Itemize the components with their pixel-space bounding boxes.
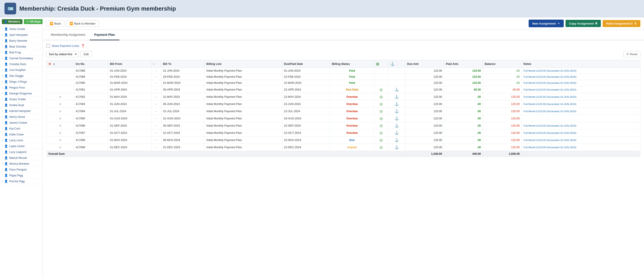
- anchor-icon[interactable]: ⚓: [394, 131, 399, 135]
- green-circle-icon[interactable]: ◎: [380, 109, 383, 113]
- sidebar-item[interactable]: ›👤Harriet Hampster: [0, 108, 42, 114]
- sidebar-item[interactable]: ›👤Katie Cowe: [0, 131, 42, 137]
- sidebar-item[interactable]: ›👤George Dragonne: [0, 91, 42, 96]
- anchor-icon-cell: ⚓: [388, 100, 405, 108]
- person-icon: 👤: [4, 57, 8, 60]
- sidebar-member-name: Barry Hamster: [9, 39, 28, 42]
- sidebar-item[interactable]: ›👤Fergus Foxx: [0, 85, 42, 91]
- sidebar-item[interactable]: ›👤James Cricket: [0, 120, 42, 126]
- sidebar-item[interactable]: ›👤Monica Monkee: [0, 161, 42, 167]
- green-icon-cell: ◎: [374, 108, 388, 115]
- note-link[interactable]: Full Month £120.00 (Generated 16-JUN-202…: [524, 146, 576, 149]
- note-link[interactable]: Full Month £120.00 (Generated 16-JUN-202…: [524, 110, 576, 113]
- anchor-icon[interactable]: ⚓: [394, 102, 399, 106]
- note-link[interactable]: Full Month £120.00 (Generated 16-JUN-202…: [524, 69, 576, 72]
- anchor-icon-cell: ⚓: [388, 93, 405, 100]
- note-link[interactable]: Full Month £120.00 (Generated 16-JUN-202…: [524, 95, 576, 98]
- billing-line-cell: Initial Monthly Payment Plan: [204, 122, 282, 129]
- sidebar-item[interactable]: ›👤Larry Lions: [0, 137, 42, 143]
- pause-row-icon[interactable]: ⏸: [59, 146, 62, 149]
- chevron-right-icon: ›: [2, 34, 3, 36]
- dash-cell: -: [151, 122, 161, 129]
- sidebar-item[interactable]: ›👤Cresida Duck: [0, 61, 42, 67]
- note-link[interactable]: Full Month £120.00 (Generated 16-JUN-202…: [524, 139, 576, 142]
- bill-from-cell: 01-NOV-2024: [108, 136, 152, 144]
- sidebar-item[interactable]: ›👤April Hampster: [0, 32, 42, 38]
- anchor-icon[interactable]: ⚓: [394, 116, 399, 120]
- sidebar-item[interactable]: ›👤Kat Cool: [0, 126, 42, 131]
- note-link[interactable]: Full Month £120.00 (Generated 16-JUN-202…: [524, 82, 576, 84]
- show-payment-lines-checkbox[interactable]: [46, 44, 50, 48]
- sidebar-item[interactable]: ›👤Layla Lizard: [0, 143, 42, 149]
- sidebar-item[interactable]: ›👤Dingo J Ringo: [0, 79, 42, 85]
- note-link[interactable]: Full Month £120.00 (Generated 16-JUN-202…: [524, 88, 576, 91]
- due-paid-date-cell: 01-JAN-2024: [282, 68, 330, 74]
- sidebar-item[interactable]: ›👤Bob Frog: [0, 50, 42, 55]
- sidebar-item[interactable]: ›👤Anna Conda: [0, 26, 42, 32]
- sidebar-item[interactable]: ›👤Lucy Leapord: [0, 149, 42, 155]
- back-to-member-button[interactable]: ⏪ Back to Member: [66, 20, 99, 27]
- note-link[interactable]: Full Month £120.00 (Generated 16-JUN-202…: [524, 75, 576, 78]
- green-circle-icon[interactable]: ◎: [380, 95, 383, 99]
- hold-assignment-button[interactable]: Hold Assignment II ⏸: [603, 20, 640, 27]
- pause-row-icon[interactable]: ⏸: [59, 103, 62, 105]
- copy-assignment-button[interactable]: Copy Assignment ⧉: [566, 20, 601, 27]
- green-circle-icon[interactable]: ◎: [380, 124, 383, 127]
- green-circle-icon[interactable]: ◎: [380, 145, 383, 149]
- green-circle-icon[interactable]: ◎: [380, 88, 383, 91]
- billing-status-cell: Overdue: [330, 129, 374, 136]
- note-link[interactable]: Full Month £120.00 (Generated 16-JUN-202…: [524, 103, 576, 105]
- anchor-icon[interactable]: ⚓: [394, 124, 399, 127]
- tab-payment-plan[interactable]: Payment Plan: [90, 30, 120, 40]
- sort-select[interactable]: Sort by oldest first: [46, 51, 79, 57]
- sidebar-item[interactable]: ›👤Paxo Penguin: [0, 167, 42, 173]
- green-circle-icon[interactable]: ◎: [380, 116, 383, 120]
- pause-all-icon[interactable]: ⏸: [52, 63, 55, 66]
- pause-row-icon[interactable]: ⏸: [59, 124, 62, 127]
- sidebar-item[interactable]: ›👤Curt Krayfish: [0, 67, 42, 73]
- sidebar-member-name: Carmel Dromedary: [9, 57, 33, 60]
- sidebar-item[interactable]: ›👤Bear Grizzley: [0, 44, 42, 50]
- anchor-icon[interactable]: ⚓: [394, 95, 399, 99]
- help-icon[interactable]: ❓: [81, 44, 85, 48]
- tab-membership-assignment[interactable]: Membership Assignment: [46, 30, 90, 40]
- th-bill-to: Bill To: [161, 60, 204, 68]
- delete-all-icon[interactable]: ✕: [48, 62, 51, 66]
- pause-row-icon[interactable]: ⏸: [59, 117, 62, 120]
- pause-row-icon[interactable]: ⏸: [59, 139, 62, 142]
- sidebar-item[interactable]: ›👤Carmel Dromedary: [0, 55, 42, 61]
- pause-row-icon[interactable]: ⏸: [59, 95, 62, 98]
- mships-button[interactable]: ↗ +M'ships: [24, 19, 43, 24]
- chevron-right-icon: ›: [2, 157, 3, 159]
- members-button[interactable]: 👤 Members: [2, 19, 22, 24]
- th-anchor-icon-col: ⚓: [388, 60, 405, 68]
- back-button[interactable]: ⏪ Back: [46, 20, 64, 27]
- show-payment-lines-label[interactable]: Show Payment Lines: [52, 44, 79, 48]
- billing-line-cell: Initial Monthly Payment Plan: [204, 93, 282, 100]
- sidebar-item[interactable]: ›👤Dan Dogge: [0, 73, 42, 79]
- green-circle-icon[interactable]: ◎: [380, 138, 383, 142]
- new-assignment-button[interactable]: New Assignment ＋: [529, 20, 564, 27]
- note-link[interactable]: Full Month £120.00 (Generated 16-JUN-202…: [524, 124, 576, 127]
- sidebar-item[interactable]: ›👤Grace Trotter: [0, 96, 42, 102]
- anchor-icon[interactable]: ⚓: [394, 145, 399, 149]
- pause-row-icon[interactable]: ⏸: [59, 110, 62, 113]
- edit-button[interactable]: Edit: [80, 51, 92, 57]
- reset-button[interactable]: ↺ Reset: [623, 51, 640, 57]
- inv-no-cell: 417089: [74, 74, 108, 80]
- anchor-icon[interactable]: ⚓: [394, 138, 399, 142]
- green-circle-icon[interactable]: ◎: [380, 102, 383, 106]
- sidebar-item[interactable]: ›👤Marcel Mouse: [0, 155, 42, 161]
- anchor-icon[interactable]: ⚓: [394, 88, 399, 91]
- green-circle-icon[interactable]: ◎: [380, 131, 383, 135]
- sidebar-item[interactable]: ›👤Pippa Pigg: [0, 173, 42, 178]
- sidebar-item[interactable]: ›👤Barry Hamster: [0, 38, 42, 44]
- note-link[interactable]: Full Month £120.00 (Generated 16-JUN-202…: [524, 131, 576, 134]
- pause-row-icon[interactable]: ⏸: [59, 131, 62, 134]
- anchor-icon[interactable]: ⚓: [394, 109, 399, 113]
- sidebar-item[interactable]: ›👤Henry Horse: [0, 114, 42, 120]
- back-to-member-icon: ⏪: [70, 22, 73, 25]
- sidebar-item[interactable]: ›👤Porche Pigg: [0, 178, 42, 184]
- sidebar-item[interactable]: ›👤Gretta Goat: [0, 102, 42, 108]
- chevron-right-icon: ›: [2, 28, 3, 30]
